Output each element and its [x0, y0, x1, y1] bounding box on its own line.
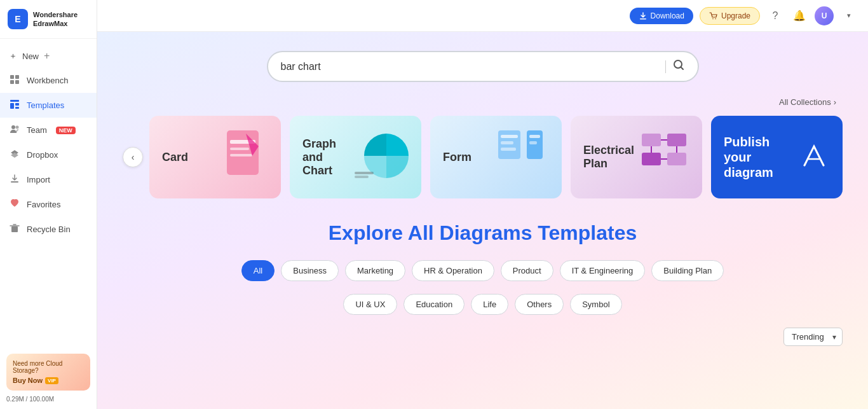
category-pill-product[interactable]: Product: [501, 260, 553, 281]
carousel-prev-button[interactable]: ‹: [123, 147, 143, 167]
category-pill-education[interactable]: Education: [403, 294, 465, 315]
sidebar-item-dropbox[interactable]: Dropbox: [0, 142, 97, 167]
sidebar-navigation: ＋ New + Workbench: [0, 39, 97, 347]
sidebar-item-new[interactable]: ＋ New +: [0, 44, 97, 68]
svg-rect-27: [501, 148, 516, 151]
svg-rect-10: [11, 181, 18, 183]
team-icon: [9, 124, 20, 136]
all-collections-link[interactable]: All Collections ›: [779, 97, 836, 107]
carousel-items: Card Graph and Chart: [149, 116, 843, 198]
sidebar-bottom: Need more Cloud Storage? Buy Now VIP 0.2…: [0, 347, 97, 409]
search-input[interactable]: [281, 61, 659, 73]
notification-icon[interactable]: 🔔: [790, 7, 808, 25]
sidebar-item-favorites[interactable]: Favorites: [0, 192, 97, 217]
svg-rect-31: [667, 134, 686, 146]
category-pill-hr-operation[interactable]: HR & Operation: [412, 260, 494, 281]
search-container: [123, 51, 843, 82]
svg-rect-18: [230, 148, 249, 150]
category-pill-business[interactable]: Business: [281, 260, 339, 281]
import-icon: [9, 174, 20, 186]
category-pill-ui-ux[interactable]: UI & UX: [343, 294, 397, 315]
svg-rect-19: [230, 154, 252, 156]
svg-rect-32: [642, 153, 661, 165]
svg-rect-23: [498, 130, 520, 159]
svg-rect-0: [10, 75, 14, 79]
card-publish-image: [798, 140, 830, 174]
sidebar-item-import[interactable]: Import: [0, 167, 97, 192]
svg-rect-4: [10, 100, 19, 102]
category-pill-building-plan[interactable]: Building Plan: [651, 260, 724, 281]
sidebar-item-templates[interactable]: Templates: [0, 93, 97, 118]
app-logo: E Wondershare EdrawMax: [0, 0, 97, 39]
category-pill-all[interactable]: All: [241, 260, 275, 281]
category-pill-life[interactable]: Life: [471, 294, 508, 315]
trending-select[interactable]: Trending Newest Popular: [783, 328, 843, 346]
chevron-down-icon[interactable]: ▾: [840, 7, 858, 25]
carousel-card-label-electrical: Electrical Plan: [583, 144, 639, 170]
explore-highlight-text: All Diagrams Templates: [408, 221, 637, 244]
category-pill-symbol[interactable]: Symbol: [570, 294, 621, 315]
svg-rect-2: [10, 80, 14, 84]
carousel-card-form[interactable]: Form: [430, 116, 562, 198]
upgrade-label: Upgrade: [721, 11, 750, 20]
svg-rect-3: [15, 80, 19, 84]
workbench-label: Workbench: [27, 76, 69, 85]
trending-wrapper: Trending Newest Popular: [783, 328, 843, 346]
svg-rect-25: [501, 135, 518, 138]
carousel-card-electrical-plan[interactable]: Electrical Plan: [571, 116, 702, 198]
page-content: All Collections › ‹ Card: [97, 32, 868, 409]
chevron-right-icon: ›: [834, 97, 836, 107]
sidebar-item-workbench[interactable]: Workbench: [0, 68, 97, 93]
category-pills-row2: UI & UX Education Life Others Symbol: [123, 294, 843, 315]
favorites-icon: [9, 198, 20, 211]
search-button[interactable]: [672, 59, 685, 74]
svg-rect-12: [640, 18, 646, 20]
card-form-image: [492, 127, 549, 187]
svg-point-14: [715, 18, 716, 19]
svg-rect-21: [355, 172, 374, 174]
dropbox-label: Dropbox: [27, 150, 58, 160]
svg-rect-11: [11, 226, 18, 232]
svg-rect-30: [642, 134, 661, 146]
category-pill-marketing[interactable]: Marketing: [345, 260, 405, 281]
svg-rect-28: [529, 135, 540, 138]
svg-rect-1: [15, 75, 19, 79]
cloud-storage-box[interactable]: Need more Cloud Storage? Buy Now VIP: [6, 354, 90, 391]
collections-header: All Collections ›: [123, 97, 843, 107]
all-collections-label: All Collections: [779, 97, 831, 107]
workbench-icon: [9, 74, 20, 87]
logo-text: Wondershare EdrawMax: [33, 10, 78, 29]
add-icon: +: [44, 50, 50, 62]
sidebar: E Wondershare EdrawMax ＋ New + Workbench: [0, 0, 97, 409]
sidebar-item-recycle-bin[interactable]: Recycle Bin: [0, 217, 97, 242]
download-icon: [639, 11, 648, 20]
trending-row: Trending Newest Popular: [123, 328, 843, 346]
upgrade-button[interactable]: Upgrade: [700, 7, 760, 25]
category-pill-it-engineering[interactable]: IT & Engineering: [560, 260, 646, 281]
svg-rect-26: [501, 141, 513, 144]
sidebar-item-team[interactable]: Team NEW: [0, 118, 97, 142]
carousel-card-card[interactable]: Card: [149, 116, 281, 198]
svg-point-13: [712, 18, 714, 19]
svg-rect-33: [667, 153, 686, 165]
carousel-card-graph-chart[interactable]: Graph and Chart: [290, 116, 421, 198]
explore-plain-text: Explore: [329, 221, 408, 244]
search-divider: [665, 60, 666, 73]
cloud-storage-title: Need more Cloud Storage?: [13, 360, 84, 374]
search-icon: [672, 59, 685, 71]
recycle-bin-label: Recycle Bin: [27, 225, 71, 234]
svg-rect-24: [527, 130, 543, 159]
svg-rect-29: [529, 141, 537, 144]
import-label: Import: [27, 175, 50, 184]
download-button[interactable]: Download: [630, 8, 693, 24]
user-avatar[interactable]: U: [815, 6, 834, 25]
carousel-card-publish[interactable]: Publish your diagram: [711, 116, 843, 198]
carousel-container: ‹ Card: [123, 116, 843, 198]
category-pill-others[interactable]: Others: [515, 294, 564, 315]
svg-point-8: [11, 125, 15, 129]
svg-rect-22: [355, 176, 369, 178]
explore-title: Explore All Diagrams Templates: [123, 221, 843, 245]
carousel-card-label-publish: Publish your diagram: [724, 134, 798, 180]
carousel-card-label-card: Card: [162, 151, 188, 164]
help-icon[interactable]: ?: [766, 7, 784, 25]
